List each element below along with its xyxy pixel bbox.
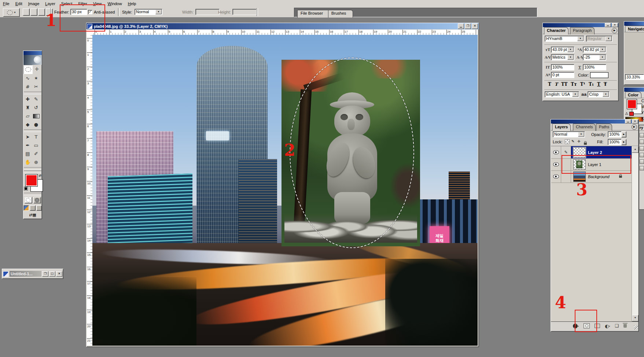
canvas-image[interactable]: 제일화재 — [92, 35, 478, 346]
tab-paths[interactable]: Paths — [596, 124, 612, 131]
chevron-down-icon[interactable]: ▼ — [567, 47, 574, 52]
statue-layer-image[interactable] — [281, 60, 420, 246]
gamut-warning-icon[interactable]: ⚠ — [625, 111, 628, 115]
tracking-select[interactable]: -25▼ — [583, 54, 606, 60]
menu-window[interactable]: Window — [105, 1, 125, 7]
character-palette-title-bar[interactable]: ▁ ✕ — [543, 23, 618, 27]
foreground-color-swatch[interactable] — [627, 99, 637, 109]
close-button[interactable]: ✕ — [472, 23, 478, 29]
visibility-toggle[interactable] — [551, 170, 561, 183]
font-size-select[interactable]: 43.09 pt▼ — [551, 47, 574, 53]
pen-tool[interactable]: ✒ — [23, 141, 32, 150]
navigator-preview[interactable] — [624, 32, 644, 73]
crop-tool[interactable]: # — [23, 82, 32, 91]
move-tool[interactable]: ✛ — [33, 65, 41, 73]
minimize-button[interactable]: ▁ — [458, 23, 464, 29]
shape-tool[interactable]: ▭ — [32, 141, 40, 150]
antialias-select[interactable]: Crisp▼ — [588, 91, 610, 97]
gradient-tool[interactable] — [32, 112, 40, 120]
tab-paragraph[interactable]: Paragraph — [570, 27, 595, 34]
height-input[interactable] — [232, 9, 257, 15]
menu-help[interactable]: Help — [125, 1, 139, 7]
clone-stamp-tool[interactable]: ♜ — [23, 103, 32, 112]
resize-grip[interactable] — [634, 325, 638, 330]
brush-tool[interactable]: ✎ — [32, 95, 40, 103]
tab-channels[interactable]: Channels — [573, 124, 596, 131]
menu-layer[interactable]: Layer — [42, 1, 58, 7]
eraser-tool[interactable]: ▱ — [23, 112, 32, 120]
menu-edit[interactable]: Edit — [12, 1, 25, 7]
jump-to-imageready-button[interactable]: ⇄▦ — [23, 212, 42, 219]
file-browser-tab[interactable]: File Browser — [297, 10, 332, 18]
clipped-tab-text[interactable]: ry — [639, 125, 644, 131]
close-button[interactable]: ✕ — [612, 23, 618, 27]
fullscreen-mode-button[interactable] — [36, 205, 42, 211]
slice-tool[interactable]: ✂ — [32, 82, 40, 91]
document-title-bar[interactable]: pla04048.jpg @ 33.3% (Layer 2, CMYK) ▁ ❐… — [87, 23, 479, 29]
faux-style-button[interactable]: TT — [561, 82, 567, 87]
minimized-document-window[interactable]: Untitled-1... ❐ □ ✕ — [2, 269, 63, 279]
quick-mask-mode-button[interactable] — [33, 197, 41, 203]
horizontal-scale-input[interactable]: 100% — [583, 64, 606, 70]
blur-tool[interactable]: ◆ — [23, 120, 32, 129]
faux-style-button[interactable]: T — [555, 82, 558, 87]
faux-style-button[interactable]: T — [548, 82, 551, 87]
magic-wand-tool[interactable]: ✶ — [32, 74, 40, 82]
color-title-bar[interactable] — [624, 88, 644, 92]
faux-style-button[interactable]: Ŧ — [604, 82, 607, 87]
tab-navigator[interactable]: Navigator — [625, 26, 644, 32]
new-layer-button[interactable]: ❏ — [615, 323, 619, 328]
language-select[interactable]: English: USA▼ — [545, 91, 579, 97]
layers-scrollbar[interactable]: ▲ ▼ — [632, 146, 638, 321]
chevron-down-icon[interactable]: ▼ — [572, 92, 578, 97]
gamut-color-chip[interactable] — [629, 112, 634, 116]
fill-slider-icon[interactable]: ▶ — [621, 139, 626, 145]
vertical-scale-input[interactable]: 100% — [551, 64, 574, 70]
palette-menu-icon[interactable]: ▶ — [632, 124, 637, 130]
new-selection-button[interactable] — [23, 8, 30, 16]
layers-palette-title-bar[interactable]: ▁ ✕ — [551, 119, 639, 124]
palette-menu-icon[interactable]: ▶ — [612, 28, 617, 33]
brushes-tab[interactable]: Brushes — [328, 10, 353, 18]
dock-icon[interactable] — [640, 140, 644, 144]
menu-file[interactable]: File — [0, 1, 12, 7]
navigator-zoom-field[interactable]: 33.33% — [625, 74, 644, 80]
visibility-toggle[interactable] — [551, 146, 561, 158]
type-tool[interactable]: T — [32, 133, 40, 141]
maximize-button[interactable]: □ — [49, 271, 55, 277]
chevron-down-icon[interactable]: ▼ — [599, 55, 606, 60]
close-button[interactable]: ✕ — [632, 119, 638, 124]
tab-color[interactable]: Color — [625, 92, 641, 98]
dock-icon[interactable] — [640, 159, 644, 164]
chevron-down-icon[interactable]: ▼ — [155, 10, 162, 14]
dock-icon[interactable] — [640, 146, 644, 151]
horizontal-ruler[interactable]: 0123456789101112131415161718192021222324… — [92, 30, 478, 35]
subtract-selection-button[interactable] — [38, 8, 45, 16]
toolbox-title-bar[interactable] — [23, 51, 42, 55]
visibility-toggle[interactable] — [551, 158, 561, 170]
navigator-title-bar[interactable] — [624, 22, 644, 26]
notes-tool[interactable]: ▤ — [23, 150, 32, 158]
vertical-ruler[interactable]: 0123456789101112131415161718192021 — [87, 35, 93, 346]
foreground-color-swatch[interactable] — [26, 174, 37, 186]
tool-preset-picker[interactable]: ▼ — [3, 8, 20, 17]
blend-mode-select[interactable]: Normal▼ — [553, 131, 585, 137]
tab-character[interactable]: Character — [544, 27, 568, 34]
dock-icon[interactable] — [640, 166, 644, 170]
faux-style-button[interactable]: T¹ — [580, 82, 585, 87]
type-color-swatch[interactable] — [590, 72, 608, 78]
healing-brush-tool[interactable]: ✚ — [23, 95, 32, 103]
scroll-down-icon[interactable]: ▼ — [632, 315, 639, 321]
minimize-button[interactable]: ▁ — [625, 119, 631, 124]
font-style-select[interactable]: Regular▼ — [586, 36, 612, 42]
dock-icon[interactable] — [640, 133, 644, 137]
standard-screen-mode-button[interactable] — [23, 205, 29, 211]
path-selection-tool[interactable]: ➤ — [23, 133, 32, 141]
photoshop-banner[interactable] — [23, 55, 42, 65]
fullscreen-menubar-mode-button[interactable] — [30, 205, 35, 211]
standard-mode-button[interactable] — [25, 197, 32, 203]
kerning-select[interactable]: Metrics▼ — [551, 54, 574, 60]
lock-transparency-icon[interactable] — [565, 139, 570, 144]
dodge-tool[interactable]: ● — [32, 120, 40, 129]
eyedropper-tool[interactable]: ✐ — [32, 150, 40, 158]
